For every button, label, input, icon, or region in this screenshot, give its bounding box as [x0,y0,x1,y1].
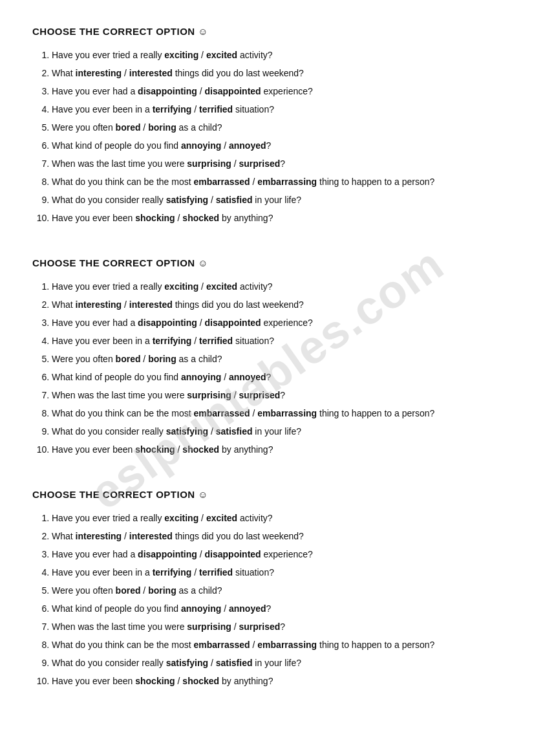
bold-word-1-s2-q8: embarrassed [193,408,250,418]
bold-word-2-s2-q10: shocked [182,444,219,455]
bold-word-1-s1-q5: bored [116,122,141,133]
worksheet-section-1: CHOOSE THE CORRECT OPTION ☺Have you ever… [32,26,502,225]
bold-word-2-s3-q1: excited [206,513,237,523]
bold-word-1-s3-q1: exciting [164,513,198,523]
question-item-3-2: What interesting / interested things did… [52,530,502,543]
bold-word-1-s1-q2: interesting [76,68,122,78]
bold-word-1-s2-q5: bored [116,354,141,364]
question-item-2-6: What kind of people do you find annoying… [52,371,502,384]
question-item-2-7: When was the last time you were surprisi… [52,389,502,402]
question-item-1-2: What interesting / interested things did… [52,67,502,80]
bold-word-2-s2-q8: embarrassing [257,408,317,418]
bold-word-1-s2-q3: disappointing [138,318,197,328]
question-item-1-10: Have you ever been shocking / shocked by… [52,211,502,225]
bold-word-1-s2-q6: annoying [181,372,221,382]
bold-word-1-s3-q9: satisfying [166,658,208,668]
section-title-3: CHOOSE THE CORRECT OPTION ☺ [32,489,502,500]
bold-word-2-s2-q6: annoyed [229,372,266,382]
question-item-2-4: Have you ever been in a terrifying / ter… [52,334,502,348]
question-list-3: Have you ever tried a really exciting / … [32,512,502,688]
bold-word-2-s2-q4: terrified [199,336,233,346]
section-title-1: CHOOSE THE CORRECT OPTION ☺ [32,26,502,37]
bold-word-2-s3-q10: shocked [182,676,219,686]
bold-word-1-s2-q7: surprising [187,390,231,400]
section-title-2: CHOOSE THE CORRECT OPTION ☺ [32,257,502,268]
bold-word-2-s2-q9: satisfied [216,426,253,437]
worksheet-section-2: CHOOSE THE CORRECT OPTION ☺Have you ever… [32,257,502,457]
question-item-1-9: What do you consider really satisfying /… [52,193,502,207]
bold-word-1-s2-q1: exciting [164,281,198,292]
bold-word-2-s1-q3: disappointed [205,86,261,96]
bold-word-2-s1-q6: annoyed [229,140,266,151]
bold-word-2-s3-q7: surprised [239,621,280,632]
question-item-2-8: What do you think can be the most embarr… [52,407,502,420]
bold-word-1-s1-q8: embarrassed [193,177,250,187]
bold-word-1-s1-q1: exciting [164,50,198,60]
bold-word-2-s3-q6: annoyed [229,603,266,614]
question-item-2-9: What do you consider really satisfying /… [52,425,502,438]
bold-word-1-s3-q10: shocking [135,676,175,686]
bold-word-2-s1-q8: embarrassing [257,177,317,187]
question-item-3-4: Have you ever been in a terrifying / ter… [52,566,502,579]
question-list-1: Have you ever tried a really exciting / … [32,49,502,225]
question-item-1-1: Have you ever tried a really exciting / … [52,49,502,62]
worksheet-container: CHOOSE THE CORRECT OPTION ☺Have you ever… [32,26,502,688]
question-item-3-1: Have you ever tried a really exciting / … [52,512,502,525]
question-item-2-2: What interesting / interested things did… [52,298,502,312]
question-item-3-8: What do you think can be the most embarr… [52,638,502,652]
question-item-1-4: Have you ever been in a terrifying / ter… [52,103,502,116]
bold-word-2-s3-q9: satisfied [216,658,253,668]
bold-word-1-s2-q2: interesting [76,299,122,310]
question-item-2-10: Have you ever been shocking / shocked by… [52,443,502,457]
bold-word-1-s1-q6: annoying [181,140,221,151]
bold-word-2-s1-q9: satisfied [216,195,253,205]
bold-word-2-s1-q5: boring [148,122,176,133]
bold-word-1-s3-q3: disappointing [138,549,197,559]
question-item-2-3: Have you ever had a disappointing / disa… [52,316,502,330]
question-item-1-3: Have you ever had a disappointing / disa… [52,85,502,98]
bold-word-2-s3-q5: boring [148,585,176,596]
bold-word-2-s2-q7: surprised [239,390,280,400]
bold-word-1-s3-q5: bored [116,585,141,596]
bold-word-2-s1-q4: terrified [199,104,233,114]
question-item-1-5: Were you often bored / boring as a child… [52,121,502,135]
bold-word-1-s2-q10: shocking [135,444,175,455]
question-list-2: Have you ever tried a really exciting / … [32,280,502,457]
question-item-1-6: What kind of people do you find annoying… [52,139,502,153]
bold-word-1-s3-q2: interesting [76,531,122,541]
bold-word-2-s1-q2: interested [129,68,173,78]
bold-word-1-s1-q9: satisfying [166,195,208,205]
bold-word-2-s3-q8: embarrassing [257,640,317,650]
bold-word-2-s2-q1: excited [206,281,237,292]
question-item-3-6: What kind of people do you find annoying… [52,602,502,616]
bold-word-2-s1-q7: surprised [239,158,280,169]
bold-word-1-s3-q4: terrifying [153,567,192,578]
question-item-3-3: Have you ever had a disappointing / disa… [52,548,502,561]
bold-word-1-s1-q3: disappointing [138,86,197,96]
question-item-1-7: When was the last time you were surprisi… [52,157,502,171]
bold-word-1-s2-q4: terrifying [153,336,192,346]
question-item-3-9: What do you consider really satisfying /… [52,656,502,670]
bold-word-2-s1-q1: excited [206,50,237,60]
bold-word-1-s1-q4: terrifying [153,104,192,114]
question-item-2-1: Have you ever tried a really exciting / … [52,280,502,294]
bold-word-2-s3-q2: interested [129,531,173,541]
bold-word-1-s2-q9: satisfying [166,426,208,437]
bold-word-1-s1-q7: surprising [187,158,231,169]
question-item-3-7: When was the last time you were surprisi… [52,620,502,634]
bold-word-1-s3-q6: annoying [181,603,221,614]
bold-word-1-s1-q10: shocking [135,213,175,223]
bold-word-1-s3-q8: embarrassed [193,640,250,650]
bold-word-2-s1-q10: shocked [182,213,219,223]
bold-word-2-s2-q2: interested [129,299,173,310]
bold-word-2-s3-q4: terrified [199,567,233,578]
bold-word-2-s2-q3: disappointed [205,318,261,328]
bold-word-2-s2-q5: boring [148,354,176,364]
question-item-3-10: Have you ever been shocking / shocked by… [52,675,502,688]
worksheet-section-3: CHOOSE THE CORRECT OPTION ☺Have you ever… [32,489,502,688]
question-item-2-5: Were you often bored / boring as a child… [52,352,502,366]
bold-word-1-s3-q7: surprising [187,621,231,632]
question-item-1-8: What do you think can be the most embarr… [52,175,502,189]
question-item-3-5: Were you often bored / boring as a child… [52,584,502,598]
bold-word-2-s3-q3: disappointed [205,549,261,559]
